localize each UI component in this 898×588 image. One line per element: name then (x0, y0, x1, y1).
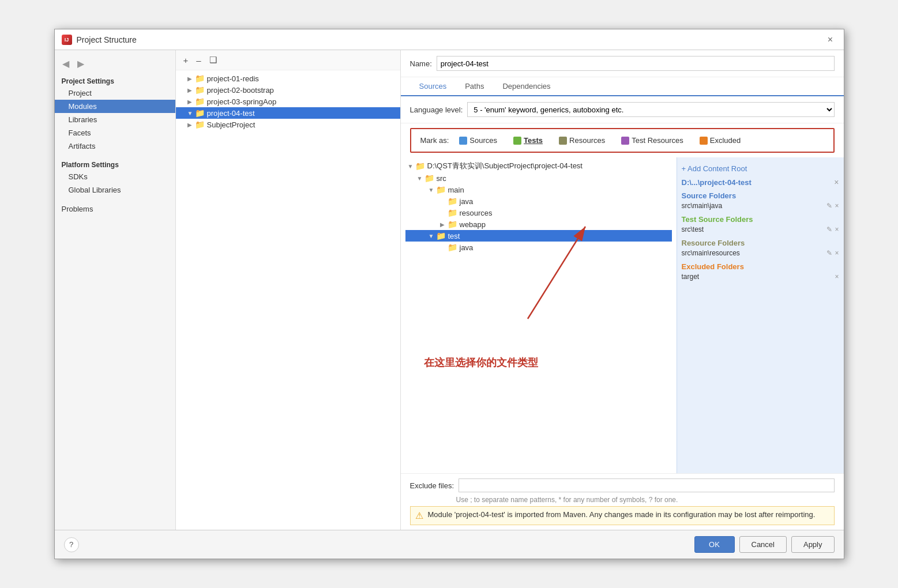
test-source-folder-entry: src\test ✎ × (682, 225, 839, 234)
content-tree-src[interactable]: ▼ 📁 src (405, 172, 672, 184)
source-folder-actions: ✎ × (826, 202, 839, 210)
tree-item-subject-project[interactable]: ▶ 📁 SubjectProject (176, 119, 400, 130)
resources-mark-icon (559, 137, 567, 145)
help-button[interactable]: ? (64, 537, 79, 552)
copy-module-button[interactable]: ❑ (206, 54, 220, 66)
mark-tests-label: Tests (524, 136, 543, 145)
content-tree-test[interactable]: ▼ 📁 test (405, 230, 672, 242)
remove-module-button[interactable]: – (193, 54, 204, 66)
remove-resource-folder-button[interactable]: × (835, 249, 839, 257)
tree-item-project-01[interactable]: ▶ 📁 project-01-redis (176, 73, 400, 84)
toolbar: + – ❑ (176, 50, 400, 70)
ok-button[interactable]: OK (694, 536, 735, 553)
mark-resources-button[interactable]: Resources (553, 134, 611, 147)
edit-test-source-folder-button[interactable]: ✎ (826, 225, 832, 233)
content-tree-resources[interactable]: ▶ 📁 resources (405, 207, 672, 218)
mark-resources-label: Resources (569, 136, 605, 145)
folder-icon: 📁 (195, 108, 205, 118)
tabs-row: Sources Paths Dependencies (401, 77, 844, 96)
test-java-label: java (460, 243, 474, 252)
mark-excluded-button[interactable]: Excluded (694, 134, 746, 147)
remove-source-folder-button[interactable]: × (835, 202, 839, 210)
chevron-icon: ▶ (187, 87, 193, 93)
sidebar-item-problems[interactable]: Problems (55, 202, 175, 216)
excluded-folder-actions: × (835, 273, 839, 281)
warning-icon: ⚠ (415, 510, 423, 521)
main-label: main (448, 186, 464, 194)
resource-folders-title: Resource Folders (682, 239, 839, 247)
name-label: Name: (410, 59, 432, 68)
java-label: java (460, 197, 474, 206)
forward-button[interactable]: ▶ (74, 57, 87, 70)
sidebar-item-facets[interactable]: Facets (55, 126, 175, 140)
folder-icon: 📁 (195, 85, 205, 95)
tab-paths[interactable]: Paths (456, 77, 493, 96)
chevron-icon: ▶ (187, 76, 193, 82)
content-tree-main[interactable]: ▼ 📁 main (405, 184, 672, 195)
edit-source-folder-button[interactable]: ✎ (826, 202, 832, 210)
sidebar-item-global-libraries[interactable]: Global Libraries (55, 183, 175, 197)
mark-sources-button[interactable]: Sources (453, 134, 503, 147)
back-button[interactable]: ◀ (59, 57, 72, 70)
content-root-path-header: D:\...\project-04-test × (682, 175, 839, 189)
exclude-hint-text: Use ; to separate name patterns, * for a… (410, 495, 835, 506)
right-panel: Name: Sources Paths Dependencies Languag… (401, 50, 844, 530)
add-module-button[interactable]: + (181, 54, 191, 66)
remove-excluded-folder-button[interactable]: × (835, 273, 839, 281)
lang-level-select[interactable]: 5 - 'enum' keyword, generics, autoboxing… (467, 102, 834, 117)
content-tree-java[interactable]: ▶ 📁 java (405, 195, 672, 207)
middle-panel: + – ❑ ▶ 📁 project-01-redis ▶ 📁 project-0… (176, 50, 401, 530)
tree-item-project-02[interactable]: ▶ 📁 project-02-bootstrap (176, 84, 400, 96)
content-tree-test-java[interactable]: ▶ 📁 java (405, 242, 672, 253)
resource-folder-path: src\main\resources (682, 249, 740, 257)
name-input[interactable] (437, 56, 835, 71)
chevron-icon: ▶ (440, 221, 446, 228)
content-tree-webapp[interactable]: ▶ 📁 webapp (405, 218, 672, 230)
sidebar-item-artifacts[interactable]: Artifacts (55, 140, 175, 153)
mark-tests-button[interactable]: Tests (508, 134, 548, 147)
tree-item-label: project-03-springAop (207, 97, 277, 106)
add-content-root-button[interactable]: + Add Content Root (682, 162, 839, 175)
folder-icon: 📁 (448, 197, 457, 206)
exclude-files-input[interactable] (459, 478, 834, 492)
sidebar-item-modules[interactable]: Modules (55, 100, 175, 113)
close-button[interactable]: × (824, 33, 837, 46)
module-tree: ▶ 📁 project-01-redis ▶ 📁 project-02-boot… (176, 70, 400, 530)
tab-dependencies[interactable]: Dependencies (493, 77, 559, 96)
chevron-icon: ▼ (429, 187, 434, 193)
content-root-path: D:\...\project-04-test (682, 178, 752, 187)
chevron-icon: ▼ (408, 163, 414, 169)
test-source-folder-actions: ✎ × (826, 225, 839, 233)
tests-mark-icon (513, 137, 521, 145)
mark-excluded-label: Excluded (710, 136, 741, 145)
folder-icon: 📁 (415, 161, 425, 171)
sidebar-item-sdks[interactable]: SDKs (55, 170, 175, 183)
sidebar: ◀ ▶ Project Settings Project Modules Lib… (55, 50, 176, 530)
tree-item-label: project-04-test (207, 109, 255, 118)
dialog-footer: ? OK Cancel Apply (55, 530, 844, 559)
mark-as-label: Mark as: (420, 136, 449, 145)
cancel-button[interactable]: Cancel (739, 536, 787, 553)
folder-icon: 📁 (436, 185, 446, 194)
source-folders-title: Source Folders (682, 191, 839, 200)
source-folder-entry: src\main\java ✎ × (682, 201, 839, 210)
mark-sources-label: Sources (469, 136, 497, 145)
content-tree-root[interactable]: ▼ 📁 D:\QST青软实训\SubjectProject\project-04… (405, 160, 672, 172)
mark-test-resources-button[interactable]: Test Resources (615, 134, 689, 147)
test-source-folder-path: src\test (682, 225, 704, 233)
remove-test-source-folder-button[interactable]: × (835, 225, 839, 233)
tab-sources[interactable]: Sources (410, 77, 456, 96)
src-label: src (437, 174, 446, 183)
annotation-text: 在这里选择你的文件类型 (424, 356, 538, 370)
remove-content-root-button[interactable]: × (834, 178, 839, 187)
apply-button[interactable]: Apply (791, 536, 835, 553)
right-info-panel: + Add Content Root D:\...\project-04-tes… (677, 157, 844, 473)
edit-resource-folder-button[interactable]: ✎ (826, 249, 832, 257)
app-icon: IJ (62, 35, 72, 45)
folder-icon: 📁 (448, 220, 457, 229)
tree-item-project-04[interactable]: ▼ 📁 project-04-test (176, 107, 400, 119)
sidebar-item-libraries[interactable]: Libraries (55, 113, 175, 126)
tree-item-project-03[interactable]: ▶ 📁 project-03-springAop (176, 96, 400, 107)
source-folder-path: src\main\java (682, 202, 723, 210)
sidebar-item-project[interactable]: Project (55, 86, 175, 100)
